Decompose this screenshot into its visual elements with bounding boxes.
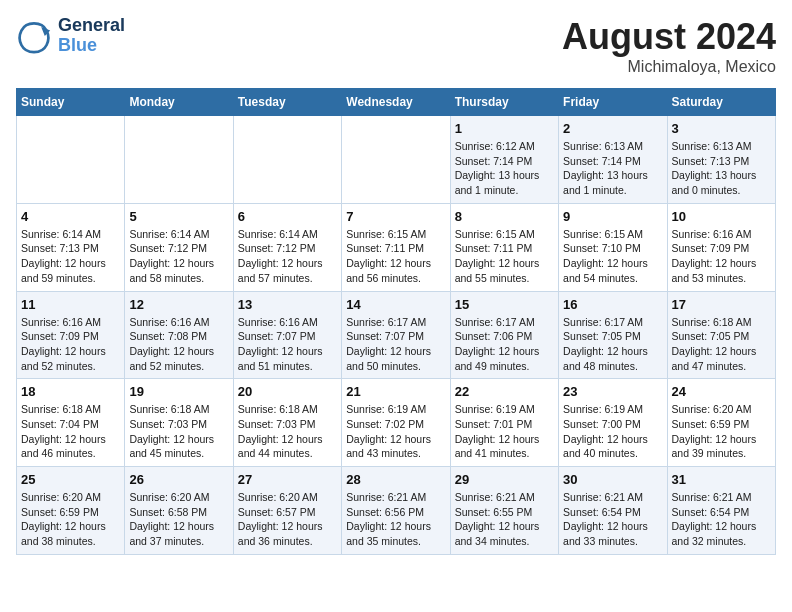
calendar-cell	[17, 116, 125, 204]
day-number: 22	[455, 384, 554, 399]
day-info: Sunrise: 6:17 AMSunset: 7:05 PMDaylight:…	[563, 315, 662, 374]
day-info: Sunrise: 6:21 AMSunset: 6:54 PMDaylight:…	[672, 490, 771, 549]
day-number: 25	[21, 472, 120, 487]
day-info: Sunrise: 6:21 AMSunset: 6:54 PMDaylight:…	[563, 490, 662, 549]
page-header: General Blue August 2024 Michimaloya, Me…	[16, 16, 776, 76]
day-info: Sunrise: 6:16 AMSunset: 7:09 PMDaylight:…	[21, 315, 120, 374]
logo-icon	[16, 18, 52, 54]
calendar-cell	[233, 116, 341, 204]
day-info: Sunrise: 6:17 AMSunset: 7:06 PMDaylight:…	[455, 315, 554, 374]
day-number: 6	[238, 209, 337, 224]
calendar-cell: 22Sunrise: 6:19 AMSunset: 7:01 PMDayligh…	[450, 379, 558, 467]
day-info: Sunrise: 6:14 AMSunset: 7:12 PMDaylight:…	[238, 227, 337, 286]
day-number: 2	[563, 121, 662, 136]
day-number: 5	[129, 209, 228, 224]
day-number: 14	[346, 297, 445, 312]
weekday-header-monday: Monday	[125, 89, 233, 116]
day-number: 21	[346, 384, 445, 399]
calendar-week-row: 18Sunrise: 6:18 AMSunset: 7:04 PMDayligh…	[17, 379, 776, 467]
calendar-cell: 1Sunrise: 6:12 AMSunset: 7:14 PMDaylight…	[450, 116, 558, 204]
day-number: 1	[455, 121, 554, 136]
day-info: Sunrise: 6:17 AMSunset: 7:07 PMDaylight:…	[346, 315, 445, 374]
calendar-cell: 23Sunrise: 6:19 AMSunset: 7:00 PMDayligh…	[559, 379, 667, 467]
calendar-week-row: 11Sunrise: 6:16 AMSunset: 7:09 PMDayligh…	[17, 291, 776, 379]
calendar-cell: 11Sunrise: 6:16 AMSunset: 7:09 PMDayligh…	[17, 291, 125, 379]
day-number: 15	[455, 297, 554, 312]
day-info: Sunrise: 6:20 AMSunset: 6:59 PMDaylight:…	[672, 402, 771, 461]
day-info: Sunrise: 6:19 AMSunset: 7:01 PMDaylight:…	[455, 402, 554, 461]
calendar-cell: 18Sunrise: 6:18 AMSunset: 7:04 PMDayligh…	[17, 379, 125, 467]
calendar-cell	[125, 116, 233, 204]
day-number: 12	[129, 297, 228, 312]
weekday-header-tuesday: Tuesday	[233, 89, 341, 116]
day-info: Sunrise: 6:12 AMSunset: 7:14 PMDaylight:…	[455, 139, 554, 198]
day-number: 4	[21, 209, 120, 224]
calendar-cell: 30Sunrise: 6:21 AMSunset: 6:54 PMDayligh…	[559, 467, 667, 555]
calendar-cell: 20Sunrise: 6:18 AMSunset: 7:03 PMDayligh…	[233, 379, 341, 467]
weekday-header-saturday: Saturday	[667, 89, 775, 116]
day-number: 3	[672, 121, 771, 136]
day-info: Sunrise: 6:20 AMSunset: 6:58 PMDaylight:…	[129, 490, 228, 549]
day-number: 26	[129, 472, 228, 487]
day-info: Sunrise: 6:16 AMSunset: 7:09 PMDaylight:…	[672, 227, 771, 286]
calendar-cell: 12Sunrise: 6:16 AMSunset: 7:08 PMDayligh…	[125, 291, 233, 379]
weekday-header-thursday: Thursday	[450, 89, 558, 116]
calendar-cell: 3Sunrise: 6:13 AMSunset: 7:13 PMDaylight…	[667, 116, 775, 204]
calendar-cell: 29Sunrise: 6:21 AMSunset: 6:55 PMDayligh…	[450, 467, 558, 555]
calendar-cell: 17Sunrise: 6:18 AMSunset: 7:05 PMDayligh…	[667, 291, 775, 379]
weekday-header-sunday: Sunday	[17, 89, 125, 116]
day-number: 13	[238, 297, 337, 312]
day-number: 7	[346, 209, 445, 224]
day-info: Sunrise: 6:13 AMSunset: 7:13 PMDaylight:…	[672, 139, 771, 198]
calendar-cell: 27Sunrise: 6:20 AMSunset: 6:57 PMDayligh…	[233, 467, 341, 555]
logo: General Blue	[16, 16, 125, 56]
weekday-header-wednesday: Wednesday	[342, 89, 450, 116]
calendar-cell: 6Sunrise: 6:14 AMSunset: 7:12 PMDaylight…	[233, 203, 341, 291]
day-number: 20	[238, 384, 337, 399]
calendar-cell: 5Sunrise: 6:14 AMSunset: 7:12 PMDaylight…	[125, 203, 233, 291]
calendar-cell: 10Sunrise: 6:16 AMSunset: 7:09 PMDayligh…	[667, 203, 775, 291]
day-number: 17	[672, 297, 771, 312]
day-number: 16	[563, 297, 662, 312]
day-number: 24	[672, 384, 771, 399]
day-info: Sunrise: 6:14 AMSunset: 7:12 PMDaylight:…	[129, 227, 228, 286]
day-number: 11	[21, 297, 120, 312]
calendar-cell: 24Sunrise: 6:20 AMSunset: 6:59 PMDayligh…	[667, 379, 775, 467]
day-number: 30	[563, 472, 662, 487]
calendar-cell: 31Sunrise: 6:21 AMSunset: 6:54 PMDayligh…	[667, 467, 775, 555]
day-number: 10	[672, 209, 771, 224]
day-info: Sunrise: 6:18 AMSunset: 7:03 PMDaylight:…	[129, 402, 228, 461]
location: Michimaloya, Mexico	[562, 58, 776, 76]
calendar-week-row: 4Sunrise: 6:14 AMSunset: 7:13 PMDaylight…	[17, 203, 776, 291]
day-info: Sunrise: 6:21 AMSunset: 6:55 PMDaylight:…	[455, 490, 554, 549]
month-year: August 2024	[562, 16, 776, 58]
day-info: Sunrise: 6:18 AMSunset: 7:04 PMDaylight:…	[21, 402, 120, 461]
calendar-cell: 28Sunrise: 6:21 AMSunset: 6:56 PMDayligh…	[342, 467, 450, 555]
calendar-cell: 26Sunrise: 6:20 AMSunset: 6:58 PMDayligh…	[125, 467, 233, 555]
calendar-cell: 16Sunrise: 6:17 AMSunset: 7:05 PMDayligh…	[559, 291, 667, 379]
weekday-header-friday: Friday	[559, 89, 667, 116]
calendar-cell: 14Sunrise: 6:17 AMSunset: 7:07 PMDayligh…	[342, 291, 450, 379]
day-info: Sunrise: 6:18 AMSunset: 7:03 PMDaylight:…	[238, 402, 337, 461]
day-number: 29	[455, 472, 554, 487]
calendar-cell: 9Sunrise: 6:15 AMSunset: 7:10 PMDaylight…	[559, 203, 667, 291]
calendar-table: SundayMondayTuesdayWednesdayThursdayFrid…	[16, 88, 776, 555]
calendar-cell: 8Sunrise: 6:15 AMSunset: 7:11 PMDaylight…	[450, 203, 558, 291]
calendar-week-row: 1Sunrise: 6:12 AMSunset: 7:14 PMDaylight…	[17, 116, 776, 204]
day-info: Sunrise: 6:15 AMSunset: 7:11 PMDaylight:…	[346, 227, 445, 286]
day-number: 31	[672, 472, 771, 487]
day-info: Sunrise: 6:21 AMSunset: 6:56 PMDaylight:…	[346, 490, 445, 549]
title-block: August 2024 Michimaloya, Mexico	[562, 16, 776, 76]
calendar-cell: 21Sunrise: 6:19 AMSunset: 7:02 PMDayligh…	[342, 379, 450, 467]
calendar-cell: 25Sunrise: 6:20 AMSunset: 6:59 PMDayligh…	[17, 467, 125, 555]
day-number: 9	[563, 209, 662, 224]
day-info: Sunrise: 6:15 AMSunset: 7:11 PMDaylight:…	[455, 227, 554, 286]
day-number: 18	[21, 384, 120, 399]
weekday-header-row: SundayMondayTuesdayWednesdayThursdayFrid…	[17, 89, 776, 116]
calendar-cell: 2Sunrise: 6:13 AMSunset: 7:14 PMDaylight…	[559, 116, 667, 204]
calendar-cell: 4Sunrise: 6:14 AMSunset: 7:13 PMDaylight…	[17, 203, 125, 291]
day-number: 28	[346, 472, 445, 487]
day-number: 8	[455, 209, 554, 224]
day-number: 27	[238, 472, 337, 487]
calendar-cell: 13Sunrise: 6:16 AMSunset: 7:07 PMDayligh…	[233, 291, 341, 379]
